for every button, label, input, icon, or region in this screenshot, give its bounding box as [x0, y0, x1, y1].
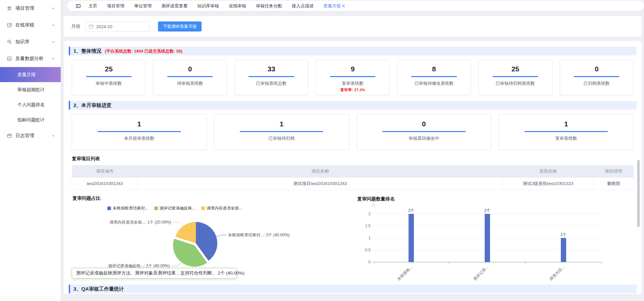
stat-value: 1	[499, 120, 633, 128]
sidebar-item-project-mgmt[interactable]: 项目管理	[0, 0, 61, 17]
nav-tab-task-assign[interactable]: 审核任务分配	[256, 3, 282, 9]
stat-label: 已审核待归档	[214, 135, 348, 141]
chevron-down-icon	[51, 23, 55, 27]
stat-card-reviewing: 25 审核中系统数	[72, 60, 146, 95]
month-picker-input[interactable]: 2024-10	[85, 21, 150, 32]
chevron-down-icon	[51, 6, 55, 10]
review-project-table: 项目编号 项目名称 系统名称 项目经理 test202410301243 测试项…	[72, 165, 634, 190]
col-header-project-manager: 项目经理	[594, 165, 634, 177]
bar-issue-3[interactable]	[561, 238, 566, 262]
pie-label-green: 测评记录准确反映...: 2个 (40.00%)	[108, 263, 170, 268]
pie-chart[interactable]: 调查内容是否全面...: 1个 (20.00%) 未根据检查结果对...: 2个…	[72, 208, 333, 268]
cell-project-id: test202410301243	[72, 177, 138, 190]
stat-underline	[86, 76, 131, 77]
leader-line-yellow	[172, 222, 183, 226]
cell-system-name: 测试3级系统test10301323	[502, 177, 593, 190]
section-overview-note: (平台系统总数: 1944 已提交系统总数: 58)	[105, 49, 182, 54]
chevron-down-icon	[51, 40, 55, 44]
filter-bar: 月份 2024-10 下载测评质量月报	[64, 16, 642, 37]
table-row[interactable]: test202410301243 测试项目test202410301243 测试…	[72, 177, 634, 190]
stat-card-re-review: 9 复审系统数 复审率: 27.3%	[316, 60, 389, 95]
sidebar-subitem-indicator-issue-stats[interactable]: 指标问题统计	[0, 112, 61, 127]
month-value: 2024-10	[96, 24, 112, 29]
stat-card-month-submitted: 1 本月提审系统数	[72, 114, 207, 150]
svg-text:1个: 1个	[560, 232, 567, 237]
stat-card-reviewed-total: 33 已审核系统总数	[234, 60, 308, 95]
section-qa-header: 3、QA审核工作量统计	[69, 285, 637, 293]
svg-text:1.5: 1.5	[365, 224, 371, 228]
collapse-sidebar-icon[interactable]	[75, 3, 81, 9]
stat-label: 本月提审系统数	[72, 135, 206, 141]
stat-value: 0	[153, 65, 226, 73]
section-qa-title: 3、QA审核工作量统计	[73, 286, 124, 292]
sidebar-item-label: 知识库	[15, 39, 51, 45]
stat-card-to-modify: 8 已审核待修改系统数	[397, 60, 471, 95]
stat-card-pending: 0 待审核系统数	[153, 60, 227, 95]
svg-text:0: 0	[368, 260, 371, 264]
re-review-rate: 复审率: 27.3%	[316, 87, 389, 93]
stat-label: 待审核系统数	[153, 80, 226, 86]
stat-label: 复审系统数	[316, 80, 389, 86]
section-overview-header: 1、整体情况 (平台系统总数: 1944 已提交系统总数: 58)	[69, 47, 637, 55]
stat-value: 0	[357, 120, 491, 128]
stat-underline	[167, 76, 213, 77]
stat-label: 审核中系统数	[72, 80, 145, 86]
nav-tab-unit-mgmt[interactable]: 单位管理	[134, 3, 152, 9]
stat-label: 已审核待修改系统数	[397, 80, 471, 86]
report-panel: 1、整体情况 (平台系统总数: 1944 已提交系统总数: 58) 25 审核中…	[64, 41, 642, 294]
nav-tab-access-point[interactable]: 接入点描述	[292, 3, 314, 9]
sidebar-item-label: 质量数据分析	[15, 56, 51, 62]
col-header-project-name: 项目名称	[138, 165, 502, 177]
sidebar-item-log-mgmt[interactable]: 日志管理	[0, 127, 61, 144]
y-axis-arrow-icon	[371, 204, 375, 207]
stat-label: 已审核待归档系统数	[479, 80, 552, 86]
stat-value: 9	[316, 65, 389, 73]
nav-tab-knowledge-review[interactable]: 知识库审核	[197, 3, 219, 9]
stat-card-archived: 0 已归档系统数	[560, 60, 634, 95]
sidebar-subitem-review-overdue-stats[interactable]: 审核超期统计	[0, 82, 61, 97]
pie-tooltip: 测评记录准确反映测评方法、测评对象及测评结果，支持符合性判断。 2个 (40.0…	[72, 268, 237, 279]
stat-label: 审核退回修改中	[357, 135, 491, 141]
sidebar-subitem-quality-monthly-report[interactable]: 质量月报	[0, 67, 61, 82]
sidebar-item-knowledge-base[interactable]: 知识库	[0, 34, 61, 50]
nav-tab-project-mgmt[interactable]: 项目管理	[107, 3, 124, 9]
bar-x-labels: 未根据检... 测评记录... 调查内容...	[396, 264, 566, 282]
stat-underline	[98, 131, 181, 132]
nav-tab-quality-monthly-report[interactable]: 质量月报 X	[323, 3, 345, 9]
bar-chart[interactable]: 2 1.5 1 0.5 0 2个 2个 1个	[358, 201, 626, 284]
stat-underline	[240, 131, 323, 132]
edit-icon	[7, 22, 12, 28]
section-overview-title: 1、整体情况	[73, 48, 101, 54]
bar-y-ticks: 2 1.5 1 0.5 0	[365, 212, 371, 264]
calendar-icon	[89, 24, 94, 29]
download-report-button[interactable]: 下载测评质量月报	[158, 21, 202, 32]
stat-value: 8	[397, 65, 471, 73]
leader-line-blue	[216, 235, 227, 237]
chevron-down-icon	[51, 134, 55, 138]
sidebar-subitem-personal-issue-ranking[interactable]: 个人问题排名	[0, 97, 61, 112]
stat-label: 已归档系统数	[560, 80, 633, 86]
svg-text:2个: 2个	[408, 208, 415, 213]
review-table-title: 复审项目列表	[72, 156, 634, 162]
log-icon	[7, 133, 12, 138]
pie-label-yellow: 调查内容是否全面...: 1个 (20.00%)	[109, 220, 171, 225]
stat-underline	[493, 76, 538, 77]
panel-scrollbar[interactable]	[637, 160, 640, 227]
close-tab-icon[interactable]: X	[342, 3, 345, 8]
stat-value: 25	[479, 65, 552, 73]
section-monthly-header: 2、本月审核进度	[69, 101, 637, 110]
sidebar-item-quality-data-analysis[interactable]: 质量数据分析	[0, 50, 61, 67]
sidebar-item-online-review[interactable]: 在线审核	[0, 17, 61, 34]
stat-value: 1	[214, 120, 348, 128]
stat-underline	[411, 76, 457, 77]
chevron-up-icon	[51, 57, 55, 61]
nav-tab-online-review[interactable]: 在线审核	[229, 3, 246, 9]
stat-card-to-archive: 25 已审核待归档系统数	[478, 60, 552, 95]
sidebar: 项目管理 在线审核 知识库 质量数据分析 质量月报 审核超期统计 个人问题排名 …	[0, 0, 61, 301]
svg-text:0.5: 0.5	[365, 248, 371, 252]
x-axis-ticks	[373, 262, 601, 264]
bar-issue-1[interactable]	[409, 214, 414, 262]
nav-tab-progress-view[interactable]: 测评进度查看	[161, 3, 187, 9]
bar-issue-2[interactable]	[485, 214, 490, 262]
nav-tab-home[interactable]: 主页	[89, 3, 97, 9]
